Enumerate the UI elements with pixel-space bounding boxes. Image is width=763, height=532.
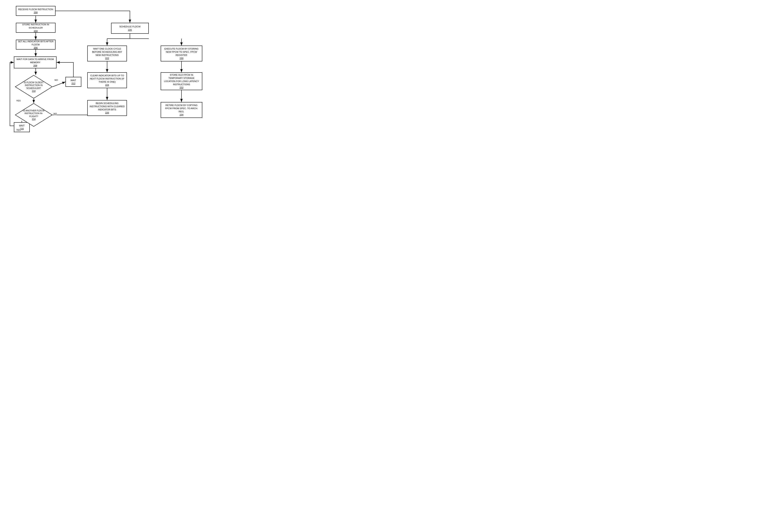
- box-220: SCHEDULE FLDCW 220: [111, 23, 149, 34]
- box-230: EXECUTE FLDCW BY STORING NEW FPCW TO SPE…: [161, 45, 202, 61]
- box-200: RECEIVE FLDCW INSTRUCTION 200: [16, 6, 55, 16]
- box-208: WAIT FOR DATA TO ARRIVE FROM MEMORY 208: [14, 56, 56, 68]
- label-no-210: NO: [54, 79, 58, 81]
- label-yes-210: YES: [16, 100, 21, 102]
- box-222: WAIT ONE CLOCK CYCLE BEFORE SCHEDULING A…: [87, 45, 127, 61]
- box-224: CLEAR INDICATOR BITS UP TO NEXT FLDCW IN…: [87, 72, 127, 88]
- box-206: SET ALL INDICATOR BITS AFTER FLDCW 206: [16, 40, 55, 49]
- label-yes-214: YES: [16, 129, 21, 131]
- svg-line-5: [53, 82, 65, 87]
- box-232: STORE OLD FPCW IN TEMPORARY STORAGE LOCA…: [161, 72, 202, 90]
- label-no-214: NO: [54, 113, 57, 115]
- box-234: RETIRE FLDCW BY COPYING FPCW FROM SPEC. …: [161, 102, 202, 118]
- flowchart: RECEIVE FLDCW INSTRUCTION 200 STORE INST…: [4, 4, 214, 154]
- diamond-214: IS ANOTHER FLDCW INSTRUCTION IN-FLIGHT? …: [15, 103, 53, 127]
- box-204: STORE INSTRUCTION IN SCHEDULER 204: [16, 23, 55, 33]
- box-212: WAIT 212: [65, 77, 81, 87]
- box-226: BEGIN SCHEDULING INSTRUCTIONS WITH CLEAR…: [87, 100, 127, 116]
- diamond-210: IS FLDCW OLDEST INSTRUCTION IN SCHEDULER…: [15, 75, 53, 99]
